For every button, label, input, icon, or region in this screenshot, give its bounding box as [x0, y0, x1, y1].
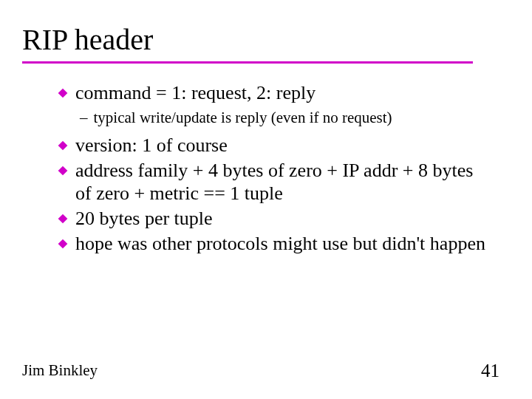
diamond-bullet-icon [58, 214, 68, 224]
diamond-bullet-icon [58, 239, 68, 249]
bullet-text: address family + 4 bytes of zero + IP ad… [75, 159, 491, 205]
slide-body: command = 1: request, 2: reply – typical… [27, 81, 505, 256]
bullet-item: command = 1: request, 2: reply [58, 81, 491, 105]
svg-rect-1 [58, 141, 68, 151]
page-number: 41 [481, 361, 499, 381]
bullet-text: hope was other protocols might use but d… [75, 232, 491, 256]
bullet-text: command = 1: request, 2: reply [75, 81, 491, 105]
diamond-bullet-icon [58, 140, 68, 151]
slide: RIP header command = 1: request, 2: repl… [0, 0, 532, 256]
bullet-text: 20 bytes per tuple [75, 207, 491, 231]
sub-bullet-text: typical write/update is reply (even if n… [94, 108, 392, 128]
bullet-item: 20 bytes per tuple [58, 207, 491, 231]
bullet-text: version: 1 of course [75, 134, 491, 157]
diamond-bullet-icon [58, 88, 68, 98]
bullet-item: hope was other protocols might use but d… [58, 232, 491, 256]
diamond-bullet-icon [58, 166, 68, 176]
footer-author: Jim Binkley [22, 361, 98, 380]
bullet-item: version: 1 of course [58, 134, 491, 157]
svg-rect-4 [58, 239, 68, 249]
sub-bullet-item: – typical write/update is reply (even if… [80, 108, 491, 128]
svg-rect-0 [58, 89, 68, 98]
slide-title: RIP header [22, 22, 505, 57]
dash-bullet-icon: – [80, 108, 88, 128]
title-underline [22, 61, 473, 64]
svg-rect-3 [58, 214, 68, 224]
svg-rect-2 [58, 166, 68, 175]
bullet-item: address family + 4 bytes of zero + IP ad… [58, 159, 491, 205]
